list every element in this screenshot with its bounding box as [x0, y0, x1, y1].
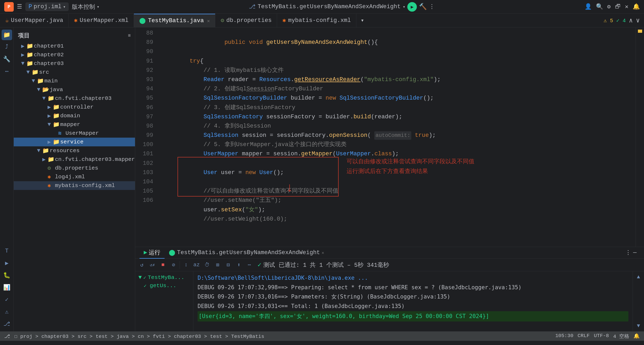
expand-all-button[interactable]: ⊞ [213, 260, 222, 269]
more-toolbar-button[interactable]: ⋯ [245, 260, 254, 269]
sidebar-icon-more[interactable]: ⋯ [2, 66, 12, 77]
project-icon: P [29, 3, 32, 10]
tree-item-main[interactable]: ▼ 📁 main [14, 77, 135, 85]
tree-item-chapter01[interactable]: ▶ 📁 chapter01 [14, 42, 135, 50]
tree-item-mapper[interactable]: ▼ 📁 mapper [14, 120, 135, 129]
sidebar-icon-project[interactable]: 📁 [2, 30, 12, 40]
chevron-down-icon[interactable]: ▾ [97, 4, 99, 10]
tree-item-chapter03[interactable]: ▼ 📁 chapter03 [14, 59, 135, 68]
tree-item-src[interactable]: ▼ 📁 src [14, 68, 135, 77]
tab-close-icon[interactable]: ✕ [207, 18, 210, 24]
tree-item-label: cn.fvti.chapter03 [55, 95, 111, 101]
rerun-failed-button[interactable]: ↺✗ [148, 260, 157, 269]
user-icon[interactable]: 👤 [585, 3, 592, 10]
sidebar-icon-commit[interactable]: ⤴ [2, 42, 12, 52]
tab-more-button[interactable]: ▾ [356, 17, 368, 24]
restore-icon[interactable]: 🗗 [615, 3, 621, 10]
tab-usermapper-xml[interactable]: ✱ UserMapper.xml [69, 14, 134, 27]
clock-icon[interactable]: ⏱ [203, 260, 212, 269]
tree-item-log4j[interactable]: ✱ log4j.xml [14, 172, 135, 181]
close-icon[interactable]: ✕ [625, 3, 628, 10]
sidebar-icon-problems[interactable]: ⚠ [2, 306, 12, 317]
tree-item-resources[interactable]: ▼ 📁 resources [14, 146, 135, 155]
tree-item-controller[interactable]: ▶ 📁 controller [14, 103, 135, 111]
sidebar-icon-terminal[interactable]: T [2, 246, 12, 256]
hamburger-menu[interactable]: ☰ [17, 3, 22, 10]
sidebar-icon-run[interactable]: ▶ [2, 258, 12, 268]
tab-mybatis-config[interactable]: ✱ mybatis-config.xml [277, 14, 356, 27]
statusbar: ⎇ ☐ proj > chapter03 > src > test > java… [0, 331, 644, 341]
java-file-icon: ⬤ [139, 17, 146, 24]
tree-item-chapter02[interactable]: ▶ 📁 chapter02 [14, 50, 135, 59]
run-tab-close-icon[interactable]: ✕ [322, 250, 324, 255]
sidebar-icon-debug[interactable]: 🐛 [2, 270, 12, 281]
tree-item-usermapper[interactable]: ≋ UserMapper [14, 129, 135, 138]
tree-item-label: cn.fvti.chapter03.mapper [55, 156, 135, 162]
tree-item-cn-mapper[interactable]: ▶ 📁 cn.fvti.chapter03.mapper [14, 155, 135, 164]
sort-button[interactable]: ↕ [181, 260, 190, 269]
tree-item-service[interactable]: ▶ 📁 service [14, 138, 135, 146]
expand-icon[interactable]: ∧ [629, 17, 633, 24]
run-config-area: ⎇ TestMyBatis.getUsersByNameAndSexAndWei… [102, 2, 581, 12]
code-line-103: //可以自由修改或注释尝试查询不同字段以及不同值 [162, 187, 630, 196]
file-tree-options-icon[interactable]: ≡ [128, 33, 131, 38]
scroll-down-button[interactable]: ▼ [634, 321, 643, 330]
more-options-icon[interactable]: ⋮ [429, 3, 435, 10]
statusbar-right: 105:30 CRLF UTF-8 4 空格 🔔 [555, 333, 640, 340]
tree-item-cn-fvti[interactable]: ▼ 📁 cn.fvti.chapter03 [14, 94, 135, 103]
export-button[interactable]: ⬆ [234, 260, 243, 269]
tab-testmybatis-java[interactable]: ⬤ TestMyBatis.java ✕ [134, 14, 215, 27]
vcs-control[interactable]: 版本控制 ▾ [72, 3, 99, 11]
code-line-91: Reader reader = Resources.getResourceAsR… [162, 75, 630, 84]
run-panel: ▶ 运行 ⬤ TestMyBatis.getUsersByNameAndSexA… [135, 247, 644, 331]
scroll-up-button[interactable]: ▲ [634, 272, 643, 281]
stop-button[interactable]: ■ [158, 260, 167, 269]
sidebar-icon-git[interactable]: ⎇ [2, 319, 12, 329]
sidebar-icon-profiler[interactable]: 📊 [2, 282, 12, 293]
sidebar-icon-structure[interactable]: 🔧 [2, 54, 12, 64]
notification-icon[interactable]: 🔔 [633, 3, 640, 10]
tree-item-java[interactable]: ▼ 📂 java [14, 85, 135, 94]
tree-item-label: java [50, 87, 63, 93]
tab-db-properties[interactable]: ⚙ db.properties [215, 14, 277, 27]
cursor-position[interactable]: 105:30 [555, 333, 573, 340]
notifications-icon[interactable]: 🔔 [633, 333, 640, 340]
file-encoding[interactable]: UTF-8 [594, 333, 609, 340]
chevron-down-icon[interactable]: ▾ [63, 4, 66, 10]
console-output[interactable]: D:\Software\BellSoft\LibericaJDK-8\bin\j… [193, 271, 633, 331]
collapse-all-button[interactable]: ⊟ [224, 260, 233, 269]
chevron-down-icon: ▾ [361, 17, 364, 24]
panel-more-icon[interactable]: ⋮ [625, 249, 631, 256]
git-branch-icon: ⎇ [4, 333, 10, 339]
tree-item-label: src [39, 69, 49, 75]
search-icon[interactable]: 🔍 [596, 3, 603, 10]
sort-alpha-button[interactable]: az [192, 260, 201, 269]
settings-icon[interactable]: ⚙ [607, 3, 611, 10]
indent-setting[interactable]: 4 空格 [613, 333, 629, 340]
panel-scroll-buttons: ▲ ▼ [633, 271, 644, 331]
editor-scrollbar[interactable] [636, 27, 644, 247]
chevron-down-icon[interactable]: ▾ [403, 4, 405, 10]
tree-item-db-props[interactable]: ⚙ db.properties [14, 164, 135, 172]
tree-item-domain[interactable]: ▶ 📁 domain [14, 111, 135, 120]
run-button[interactable]: ▶ [407, 2, 417, 12]
line-separator[interactable]: CRLF [578, 333, 590, 340]
panel-main-area: ▼ ✓ TestMyBa... ✓ getUs... D:\Software\B… [135, 271, 644, 331]
sidebar-icon-todo[interactable]: ✓ [2, 294, 12, 305]
panel-minimize-icon[interactable]: — [633, 249, 637, 256]
tree-item-mybatis-config[interactable]: ✱ mybatis-config.xml [14, 181, 135, 190]
project-selector[interactable]: P proj.iml ▾ [25, 2, 69, 11]
test-tree-root[interactable]: ▼ ✓ TestMyBa... [135, 273, 193, 282]
filter-button[interactable]: ⊘ [169, 260, 178, 269]
test-tree-method[interactable]: ✓ getUs... [135, 282, 193, 290]
run-config-tab-item[interactable]: ⬤ TestMyBatis.getUsersByNameAndSexAndWei… [165, 249, 328, 256]
rerun-button[interactable]: ↺ [137, 260, 146, 269]
tab-usermapper-java[interactable]: ☕ UserMapper.java [0, 14, 69, 27]
code-text-area[interactable]: ▶ public void getUsersByNameAndSexAndWei… [156, 27, 636, 247]
panel-tab-run[interactable]: ▶ 运行 [139, 247, 165, 259]
collapse-icon[interactable]: ∨ [636, 17, 640, 24]
console-line-result: [User{id=3, name='李四', sex='女', weight=1… [198, 311, 628, 322]
editor-scroll-area[interactable]: 88 89 90 91 92 93 94 95 96 97 98 99 100 … [135, 27, 644, 247]
build-icon[interactable]: 🔨 [419, 3, 427, 11]
xml-file-icon: ✱ [282, 17, 286, 24]
